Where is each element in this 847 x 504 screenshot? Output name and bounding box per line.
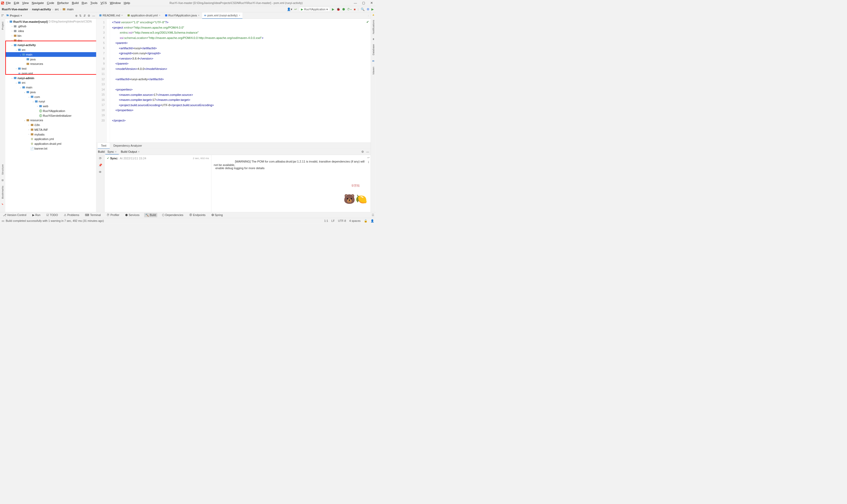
tree-item-java[interactable]: ⌄java bbox=[5, 90, 96, 94]
tree-item--idea[interactable]: ›.idea bbox=[5, 29, 96, 33]
bottom-tab-endpoints[interactable]: ⦿Endpoints bbox=[188, 213, 206, 217]
tree-item-java[interactable]: java bbox=[5, 57, 96, 62]
bottom-tab-services[interactable]: ⬢Services bbox=[124, 213, 141, 217]
settings-icon[interactable]: ⚙ bbox=[361, 150, 364, 153]
bottom-tab-todo[interactable]: ☑TODO bbox=[45, 213, 59, 217]
settings-button[interactable]: ⚙ bbox=[366, 7, 369, 11]
collapse-all-icon[interactable]: ⇵ bbox=[84, 14, 86, 17]
scroll-to-end-icon[interactable]: ↧ bbox=[367, 161, 370, 164]
tree-item-ruoyi-activity[interactable]: ⌄ruoyi-activity bbox=[5, 43, 96, 48]
database-tool-label[interactable]: Database bbox=[372, 44, 375, 55]
tree-item--github[interactable]: ›.github bbox=[5, 24, 96, 29]
tree-item-banner-txt[interactable]: 📄banner.txt bbox=[5, 146, 96, 151]
tree-root[interactable]: ⌄RuoYi-Vue-master [ruoyi]D:\DingJiaxiong… bbox=[5, 19, 96, 24]
bottom-tab-run[interactable]: ▶Run bbox=[31, 213, 41, 217]
tree-item-ruoyi[interactable]: ⌄ruoyi bbox=[5, 99, 96, 104]
back-icon[interactable]: ↩ bbox=[294, 7, 297, 11]
crumb-src[interactable]: src bbox=[55, 7, 59, 11]
tree-item-i18n[interactable]: ›i18n bbox=[5, 123, 96, 127]
stop-button[interactable]: ■ bbox=[354, 7, 356, 11]
inspection-icon[interactable]: 👤 bbox=[371, 219, 374, 222]
breadcrumb[interactable]: RuoYi-Vue-master › ruoyi-activity › src … bbox=[2, 7, 74, 11]
menu-file[interactable]: File bbox=[6, 1, 11, 5]
bookmarks-tool-label[interactable]: Bookmarks bbox=[1, 186, 4, 199]
menu-navigate[interactable]: Navigate bbox=[32, 1, 44, 5]
close-icon[interactable]: × bbox=[121, 14, 123, 17]
editor-tab-README-md[interactable]: README.md× bbox=[97, 13, 125, 19]
debug-button[interactable]: 🐞 bbox=[337, 7, 340, 11]
tree-item-web[interactable]: ›web bbox=[5, 104, 96, 109]
select-opened-file-icon[interactable]: ⊕ bbox=[75, 14, 77, 17]
hide-icon[interactable]: — bbox=[92, 14, 95, 17]
editor-tab-text[interactable]: Text bbox=[98, 143, 110, 149]
menu-vcs[interactable]: VCS bbox=[101, 1, 107, 5]
crumb-module[interactable]: ruoyi-activity bbox=[32, 7, 51, 11]
tree-item-doc[interactable]: ›doc bbox=[5, 38, 96, 43]
menu-edit[interactable]: Edit bbox=[14, 1, 19, 5]
line-separator[interactable]: LF bbox=[331, 219, 335, 222]
fold-margin[interactable] bbox=[107, 19, 110, 142]
tree-item-mybatis[interactable]: ›mybatis bbox=[5, 132, 96, 137]
crumb-main[interactable]: main bbox=[67, 7, 74, 11]
status-icon[interactable]: ▭ bbox=[2, 219, 4, 222]
tree-item-main[interactable]: ⌄main bbox=[5, 52, 96, 57]
caret-position[interactable]: 1:1 bbox=[324, 219, 328, 222]
user-icon[interactable]: 👤▾ bbox=[287, 7, 292, 11]
settings-icon[interactable]: ⚙ bbox=[88, 14, 90, 17]
bottom-tab-spring[interactable]: ❂Spring bbox=[210, 213, 224, 217]
tree-item-application-druid-yml[interactable]: ⚙application-druid.yml bbox=[5, 141, 96, 146]
view-icon[interactable]: 👁 bbox=[99, 170, 102, 174]
bottom-tab-dependencies[interactable]: ⬡Dependencies bbox=[161, 213, 184, 217]
close-icon[interactable]: × bbox=[159, 14, 160, 17]
tree-item-src[interactable]: ⌄src bbox=[5, 80, 96, 85]
project-tool-label[interactable]: Project bbox=[1, 22, 4, 30]
tree-item-resources[interactable]: resources bbox=[5, 61, 96, 66]
maximize-button[interactable]: ▢ bbox=[362, 1, 365, 5]
menu-refactor[interactable]: Refactor bbox=[57, 1, 69, 5]
structure-tool-label[interactable]: Structure bbox=[1, 164, 4, 175]
crumb-root[interactable]: RuoYi-Vue-master bbox=[2, 7, 28, 11]
structure-tool-icon[interactable]: ⿲ bbox=[2, 179, 3, 181]
expand-all-icon[interactable]: ⇅ bbox=[79, 14, 82, 17]
soft-wrap-icon[interactable]: ↩ bbox=[367, 156, 370, 159]
tree-item-META-INF[interactable]: ›META-INF bbox=[5, 127, 96, 132]
close-icon[interactable]: × bbox=[115, 150, 116, 153]
run-config-selector[interactable]: ▶ RuoYiApplication ▾ bbox=[299, 7, 330, 12]
file-encoding[interactable]: UTF-8 bbox=[338, 219, 346, 222]
bottom-tab-build[interactable]: 🔨Build bbox=[144, 213, 157, 217]
run-anything-button[interactable]: ▶ bbox=[371, 7, 374, 11]
line-number-gutter[interactable]: 1234567891011121314151617181920 bbox=[96, 19, 107, 142]
search-button[interactable]: 🔍 bbox=[361, 7, 364, 11]
close-button[interactable]: ✕ bbox=[370, 1, 373, 5]
close-icon[interactable]: × bbox=[138, 150, 140, 154]
bottom-tab-profiler[interactable]: ⏱Profiler bbox=[105, 213, 121, 217]
maven-tool-label[interactable]: Maven bbox=[372, 67, 375, 74]
editor-tab-application-druid-yml[interactable]: application-druid.yml× bbox=[125, 13, 163, 19]
bookmarks-tool-icon[interactable]: 🔖 bbox=[2, 203, 3, 205]
menu-window[interactable]: Window bbox=[110, 1, 121, 5]
bottom-tab-terminal[interactable]: ⌨Terminal bbox=[84, 213, 102, 217]
minimize-button[interactable]: — bbox=[354, 1, 357, 5]
inspection-ok-icon[interactable]: ✔ bbox=[366, 20, 369, 24]
menu-run[interactable]: Run bbox=[82, 1, 87, 5]
menu-help[interactable]: Help bbox=[124, 1, 130, 5]
bottom-tab-problems[interactable]: ⚠Problems bbox=[63, 213, 80, 217]
tree-item-pom-xml[interactable]: mpom.xml bbox=[5, 71, 96, 76]
tree-item-ruoyi-admin[interactable]: ⌄ruoyi-admin bbox=[5, 76, 96, 80]
editor-tab-dependency-analyzer[interactable]: Dependency Analyzer bbox=[110, 143, 145, 149]
editor-tab-RuoYiApplication-java[interactable]: RuoYiApplication.java× bbox=[163, 13, 202, 19]
tree-item-bin[interactable]: ›bin bbox=[5, 33, 96, 38]
readonly-lock-icon[interactable]: 🔓 bbox=[364, 219, 367, 222]
tree-item-main[interactable]: ⌄main bbox=[5, 85, 96, 90]
tree-item-RuoYiServletInitializer[interactable]: ⒸRuoYiServletInitializer bbox=[5, 113, 96, 118]
maven-icon[interactable]: m bbox=[373, 59, 375, 63]
tree-item-com[interactable]: ⌄com bbox=[5, 94, 96, 99]
build-tab-output[interactable]: Build Output × bbox=[119, 149, 142, 154]
menu-build[interactable]: Build bbox=[72, 1, 78, 5]
project-tool-icon[interactable] bbox=[1, 14, 4, 17]
hide-icon[interactable]: — bbox=[366, 150, 369, 153]
tree-item-src[interactable]: ⌄src bbox=[5, 48, 96, 52]
project-tree[interactable]: ⌄RuoYi-Vue-master [ruoyi]D:\DingJiaxiong… bbox=[5, 19, 96, 212]
project-view-selector[interactable]: Project ▾ bbox=[6, 14, 22, 17]
menu-tools[interactable]: Tools bbox=[90, 1, 97, 5]
